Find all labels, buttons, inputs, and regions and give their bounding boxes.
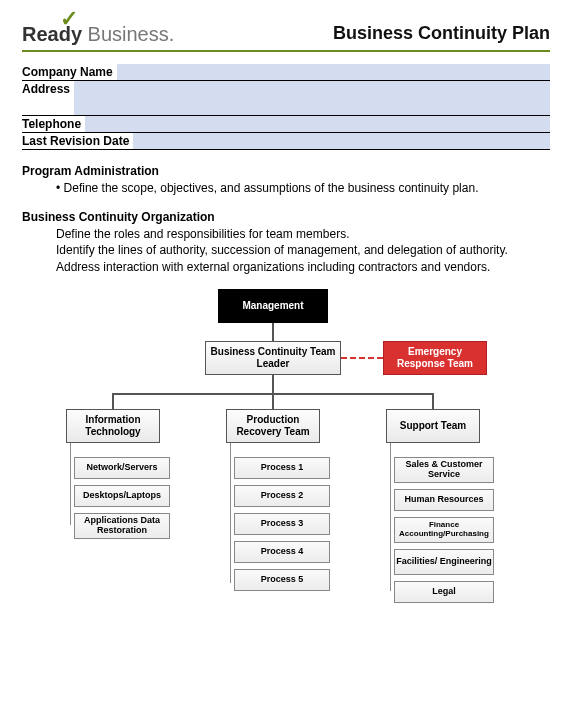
col1-item-2: Applications Data Restoration bbox=[74, 513, 170, 539]
org-line-2: Address interaction with external organi… bbox=[56, 259, 550, 275]
col2-item-3: Process 4 bbox=[234, 541, 330, 563]
col2-item-2: Process 3 bbox=[234, 513, 330, 535]
org-chart: Management Business Continuity Team Lead… bbox=[22, 289, 550, 639]
admin-line-0: Define the scope, objectives, and assump… bbox=[56, 180, 550, 196]
org-heading: Business Continuity Organization bbox=[22, 210, 550, 224]
col1-item-0: Network/Servers bbox=[74, 457, 170, 479]
logo: ✓ Ready Business. bbox=[22, 14, 174, 44]
last-revision-label: Last Revision Date bbox=[22, 133, 133, 149]
page-title: Business Continuity Plan bbox=[333, 23, 550, 44]
logo-business: Business. bbox=[82, 23, 174, 45]
org-line-1: Identify the lines of authority, success… bbox=[56, 242, 550, 258]
org-root: Management bbox=[218, 289, 328, 323]
form: Company Name Address Telephone Last Revi… bbox=[22, 64, 550, 150]
col3-item-0: Sales & Customer Service bbox=[394, 457, 494, 483]
admin-heading: Program Administration bbox=[22, 164, 550, 178]
logo-ready: Ready bbox=[22, 23, 82, 45]
last-revision-input[interactable] bbox=[133, 133, 550, 149]
col1-item-1: Desktops/Laptops bbox=[74, 485, 170, 507]
col3-item-4: Legal bbox=[394, 581, 494, 603]
telephone-input[interactable] bbox=[85, 116, 550, 132]
address-input[interactable] bbox=[74, 81, 550, 115]
section-admin: Program Administration Define the scope,… bbox=[22, 164, 550, 196]
col2-item-4: Process 5 bbox=[234, 569, 330, 591]
header: ✓ Ready Business. Business Continuity Pl… bbox=[22, 14, 550, 52]
org-line-0: Define the roles and responsibilities fo… bbox=[56, 226, 550, 242]
col3-head: Support Team bbox=[386, 409, 480, 443]
company-name-input[interactable] bbox=[117, 64, 550, 80]
col3-item-3: Facilities/ Engineering bbox=[394, 549, 494, 575]
col2-head: Production Recovery Team bbox=[226, 409, 320, 443]
telephone-label: Telephone bbox=[22, 116, 85, 132]
org-side: Emergency Response Team bbox=[383, 341, 487, 375]
section-org: Business Continuity Organization Define … bbox=[22, 210, 550, 275]
col3-item-2: Finance Accounting/Purchasing bbox=[394, 517, 494, 543]
col2-item-1: Process 2 bbox=[234, 485, 330, 507]
org-second: Business Continuity Team Leader bbox=[205, 341, 341, 375]
company-name-label: Company Name bbox=[22, 64, 117, 80]
col1-head: Information Technology bbox=[66, 409, 160, 443]
col3-item-1: Human Resources bbox=[394, 489, 494, 511]
col2-item-0: Process 1 bbox=[234, 457, 330, 479]
address-label: Address bbox=[22, 81, 74, 115]
